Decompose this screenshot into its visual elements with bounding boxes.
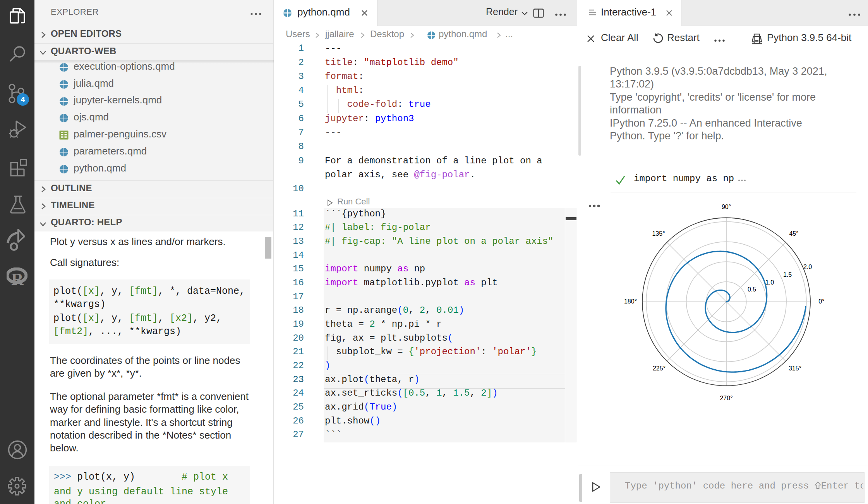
svg-text:45°: 45° <box>789 230 798 237</box>
svg-text:R: R <box>11 270 24 287</box>
svg-text:0.5: 0.5 <box>748 286 756 293</box>
svg-text:0°: 0° <box>818 298 824 305</box>
svg-text:1.5: 1.5 <box>783 271 792 278</box>
svg-text:225°: 225° <box>653 365 666 372</box>
svg-text:270°: 270° <box>720 395 732 401</box>
svg-text:2.0: 2.0 <box>803 264 812 270</box>
svg-text:135°: 135° <box>652 230 665 237</box>
svg-text:90°: 90° <box>722 204 731 210</box>
svg-text:315°: 315° <box>789 365 801 372</box>
svg-text:180°: 180° <box>624 298 637 305</box>
svg-text:1.0: 1.0 <box>765 279 774 286</box>
